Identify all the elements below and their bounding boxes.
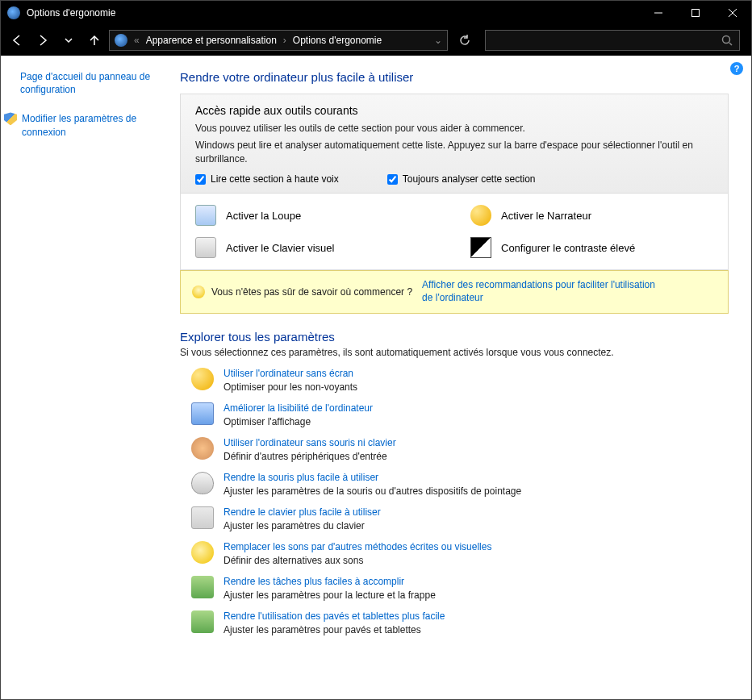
- refresh-button[interactable]: [454, 30, 475, 51]
- osk-label: Activer le Clavier visuel: [226, 242, 334, 254]
- narrator-icon: [470, 205, 491, 226]
- svg-point-5: [723, 36, 730, 44]
- explore-desc: Si vous sélectionnez ces paramètres, ils…: [180, 347, 729, 358]
- explore-item-desc: Ajuster les paramètres pour pavés et tab…: [224, 624, 445, 635]
- address-bar[interactable]: « Apparence et personnalisation › Option…: [109, 30, 448, 51]
- forward-button[interactable]: [31, 29, 54, 52]
- lightbulb-icon: [192, 285, 205, 298]
- explore-item: Améliorer la lisibilité de l'ordinateurO…: [191, 402, 729, 427]
- magnifier-label: Activer la Loupe: [226, 210, 301, 222]
- explore-item-text: Remplacer les sons par d'autres méthodes…: [224, 541, 491, 566]
- always-scan-label: Toujours analyser cette section: [403, 173, 536, 185]
- content-area: Page d'accueil du panneau de configurati…: [1, 56, 751, 699]
- svg-line-6: [729, 43, 732, 45]
- explore-item-desc: Définir d'autres périphériques d'entrée: [224, 451, 396, 462]
- explore-title: Explorer tous les paramètres: [180, 330, 729, 344]
- contrast-label: Configurer le contraste élevé: [501, 242, 635, 254]
- app-icon: [7, 6, 20, 19]
- close-button[interactable]: [714, 1, 751, 25]
- explore-item-text: Utiliser l'ordinateur sans souris ni cla…: [224, 437, 396, 462]
- explore-item-text: Rendre les tâches plus faciles à accompl…: [224, 576, 436, 601]
- explore-item-link[interactable]: Rendre la souris plus facile à utiliser: [224, 472, 521, 483]
- window-title: Options d'ergonomie: [27, 7, 640, 19]
- explore-item-link[interactable]: Rendre le clavier plus facile à utiliser: [224, 506, 381, 518]
- explore-item-icon: [191, 437, 214, 460]
- explore-item-link[interactable]: Rendre l'utilisation des pavés et tablet…: [224, 610, 445, 622]
- explore-item-text: Rendre le clavier plus facile à utiliser…: [224, 506, 381, 531]
- breadcrumb-level1[interactable]: Apparence et personnalisation: [146, 35, 277, 46]
- explore-item-icon: [191, 576, 214, 598]
- start-osk-link[interactable]: Activer le Clavier visuel: [195, 237, 438, 258]
- start-narrator-link[interactable]: Activer le Narrateur: [470, 205, 713, 226]
- quick-access-header: Accès rapide aux outils courants Vous po…: [181, 94, 728, 194]
- quick-access-line1: Vous pouvez utiliser les outils de cette…: [195, 122, 713, 135]
- quick-tools-grid: Activer la Loupe Activer le Narrateur Ac…: [181, 194, 728, 269]
- toolbar: « Apparence et personnalisation › Option…: [1, 25, 751, 56]
- read-aloud-input[interactable]: [195, 174, 206, 185]
- chevron-down-icon[interactable]: ⌄: [434, 35, 442, 46]
- explore-item-desc: Optimiser pour les non-voyants: [224, 381, 357, 393]
- search-input[interactable]: [485, 30, 740, 51]
- explore-item: Remplacer les sons par d'autres méthodes…: [191, 541, 729, 566]
- explore-item-text: Utiliser l'ordinateur sans écranOptimise…: [224, 368, 357, 393]
- explore-item: Rendre la souris plus facile à utiliserA…: [191, 472, 729, 497]
- window-controls: [640, 1, 751, 25]
- overflow-chevron-icon[interactable]: «: [134, 35, 140, 46]
- up-button[interactable]: [83, 29, 106, 52]
- chevron-right-icon: ›: [283, 35, 286, 46]
- minimize-button[interactable]: [640, 1, 677, 25]
- explore-item: Rendre l'utilisation des pavés et tablet…: [191, 610, 729, 635]
- explore-item-link[interactable]: Rendre les tâches plus faciles à accompl…: [224, 576, 436, 587]
- explore-item-link[interactable]: Utiliser l'ordinateur sans écran: [224, 368, 357, 379]
- explore-item-desc: Ajuster les paramètres du clavier: [224, 520, 381, 531]
- help-icon[interactable]: ?: [730, 62, 743, 75]
- explore-item-desc: Définir des alternatives aux sons: [224, 555, 491, 566]
- explore-item-desc: Ajuster les paramètres de la souris ou d…: [224, 485, 521, 497]
- recommendations-link[interactable]: Afficher des recommandations pour facili…: [422, 279, 664, 304]
- change-signin-settings-link[interactable]: Modifier les paramètres de connexion: [20, 112, 161, 138]
- shield-icon: [4, 112, 17, 125]
- explore-item: Utiliser l'ordinateur sans souris ni cla…: [191, 437, 729, 462]
- control-panel-home-link[interactable]: Page d'accueil du panneau de configurati…: [20, 70, 161, 96]
- explore-item-link[interactable]: Remplacer les sons par d'autres méthodes…: [224, 541, 491, 552]
- uac-link-label: Modifier les paramètres de connexion: [22, 112, 161, 138]
- high-contrast-link[interactable]: Configurer le contraste élevé: [470, 237, 713, 258]
- explore-item-text: Rendre la souris plus facile à utiliserA…: [224, 472, 521, 497]
- control-panel-icon: [115, 34, 127, 47]
- explore-item-desc: Optimiser l'affichage: [224, 416, 373, 427]
- narrator-label: Activer le Narrateur: [501, 210, 591, 222]
- read-aloud-label: Lire cette section à haute voix: [211, 173, 339, 185]
- explore-item-icon: [191, 402, 214, 425]
- explore-item-desc: Ajuster les paramètres pour la lecture e…: [224, 590, 436, 601]
- explore-item-icon: [191, 541, 214, 564]
- breadcrumb-level2[interactable]: Options d'ergonomie: [293, 35, 382, 46]
- sidebar: Page d'accueil du panneau de configurati…: [1, 56, 170, 699]
- read-aloud-checkbox[interactable]: Lire cette section à haute voix: [195, 173, 339, 185]
- quick-access-box: Accès rapide aux outils courants Vous po…: [180, 94, 729, 270]
- explore-item-text: Rendre l'utilisation des pavés et tablet…: [224, 610, 445, 635]
- keyboard-icon: [195, 237, 216, 258]
- tip-question: Vous n'êtes pas sûr de savoir où commenc…: [211, 286, 412, 298]
- explore-item: Rendre le clavier plus facile à utiliser…: [191, 506, 729, 531]
- explore-item: Rendre les tâches plus faciles à accompl…: [191, 576, 729, 601]
- contrast-icon: [470, 237, 491, 258]
- magnifier-icon: [195, 205, 216, 226]
- explore-item-icon: [191, 472, 214, 494]
- recommendations-tip: Vous n'êtes pas sûr de savoir où commenc…: [180, 270, 729, 313]
- explore-item-icon: [191, 506, 214, 529]
- maximize-button[interactable]: [677, 1, 714, 25]
- explore-item-text: Améliorer la lisibilité de l'ordinateurO…: [224, 402, 373, 427]
- main-panel: ? Rendre votre ordinateur plus facile à …: [170, 56, 751, 699]
- explore-item-icon: [191, 610, 214, 633]
- back-button[interactable]: [6, 29, 28, 52]
- always-scan-checkbox[interactable]: Toujours analyser cette section: [387, 173, 536, 185]
- always-scan-input[interactable]: [387, 174, 398, 185]
- explore-item-link[interactable]: Améliorer la lisibilité de l'ordinateur: [224, 402, 373, 414]
- recent-button[interactable]: [57, 29, 80, 52]
- window: Options d'ergonomie « Apparence et perso…: [0, 0, 752, 700]
- start-magnifier-link[interactable]: Activer la Loupe: [195, 205, 438, 226]
- explore-list: Utiliser l'ordinateur sans écranOptimise…: [191, 368, 729, 635]
- explore-item-link[interactable]: Utiliser l'ordinateur sans souris ni cla…: [224, 437, 396, 448]
- titlebar: Options d'ergonomie: [1, 1, 751, 25]
- svg-rect-1: [692, 10, 700, 17]
